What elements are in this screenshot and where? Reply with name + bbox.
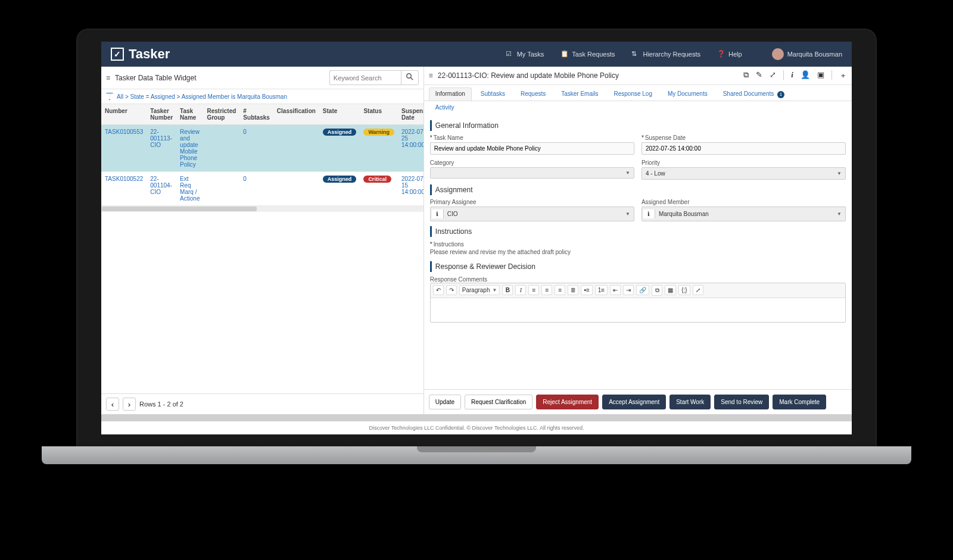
check-icon: ✓ [111, 48, 124, 61]
section-instructions: Instructions [430, 226, 846, 237]
bold-button[interactable]: B [502, 285, 513, 295]
right-toolbar: ⧉ ✎ ⤢ i 👤 ▣ ＋ [743, 70, 847, 81]
tab-my-documents[interactable]: My Documents [661, 87, 714, 101]
paragraph-select[interactable]: Paragraph▼ [459, 285, 500, 295]
section-assignment: Assignment [430, 184, 846, 195]
app-screen: ✓ Tasker ☑ My Tasks 📋 Task Requests ⇅ Hi… [101, 42, 852, 434]
expand-icon[interactable]: ⤢ [770, 70, 776, 81]
search-icon [406, 73, 413, 80]
redo-icon[interactable]: ↷ [446, 285, 457, 295]
tab-tasker-emails[interactable]: Tasker Emails [555, 87, 605, 101]
col-state[interactable]: State [319, 104, 360, 125]
primary-assignee-select[interactable]: ℹCIO▼ [430, 207, 634, 221]
reject-assignment-button[interactable]: Reject Assignment [536, 395, 599, 409]
assigned-member-select[interactable]: ℹMarquita Bousman▼ [641, 207, 846, 221]
person-icon[interactable]: 👤 [801, 70, 810, 81]
request-clarification-button[interactable]: Request Clarification [465, 395, 532, 409]
col-subtasks[interactable]: # Subtasks [239, 104, 273, 125]
cell-state: Assigned [319, 125, 360, 172]
info-icon: ℹ [643, 209, 655, 218]
task-name-input[interactable] [430, 142, 634, 155]
align-center-icon[interactable]: ≡ [541, 285, 552, 295]
cell-subtasks: 0 [239, 125, 273, 172]
tab-information[interactable]: Information [429, 87, 472, 101]
col-suspense[interactable]: Suspense Date [398, 104, 423, 125]
italic-button[interactable]: I [515, 285, 526, 295]
align-right-icon[interactable]: ≡ [555, 285, 565, 295]
hamburger-icon[interactable]: ≡ [429, 71, 433, 80]
info-icon[interactable]: i [791, 70, 793, 81]
align-justify-icon[interactable]: ≣ [568, 285, 578, 295]
rte-body[interactable] [431, 298, 845, 322]
horizontal-scrollbar[interactable] [101, 206, 423, 212]
check-square-icon: ☑ [506, 50, 514, 58]
mark-complete-button[interactable]: Mark Complete [773, 395, 826, 409]
search-input[interactable] [329, 70, 401, 85]
search-wrap [329, 70, 419, 85]
col-classification[interactable]: Classification [273, 104, 319, 125]
table-wrap: Number Tasker Number Task Name Restricte… [101, 104, 423, 393]
indent-icon[interactable]: ⇥ [623, 285, 634, 295]
nav-task-requests[interactable]: 📋 Task Requests [560, 50, 615, 58]
table-row[interactable]: TASK0100553 22-001113-CIO Review and upd… [101, 125, 423, 172]
subtab-activity[interactable]: Activity [429, 101, 461, 113]
col-status[interactable]: Status [360, 104, 398, 125]
col-tasker-number[interactable]: Tasker Number [147, 104, 176, 125]
priority-select[interactable]: 4 - Low▼ [641, 167, 846, 180]
clipboard-icon[interactable]: ▣ [817, 70, 824, 81]
nav-my-tasks[interactable]: ☑ My Tasks [506, 50, 544, 58]
unlink-icon[interactable]: ⧉ [652, 285, 662, 296]
left-pane-title: Tasker Data Table Widget [115, 74, 197, 82]
tab-subtasks[interactable]: Subtasks [474, 87, 512, 101]
app-logo[interactable]: ✓ Tasker [111, 46, 170, 62]
tab-requests[interactable]: Requests [514, 87, 552, 101]
start-work-button[interactable]: Start Work [669, 395, 711, 409]
add-icon[interactable]: ＋ [839, 70, 847, 81]
hamburger-icon[interactable]: ≡ [106, 74, 110, 82]
col-number[interactable]: Number [101, 104, 147, 125]
table-head: Number Tasker Number Task Name Restricte… [101, 104, 423, 125]
bullet-list-icon[interactable]: •≡ [581, 285, 592, 295]
task-table: Number Tasker Number Task Name Restricte… [101, 104, 423, 206]
nav-hierarchy-requests[interactable]: ⇅ Hierarchy Requests [631, 50, 700, 58]
instructions-label: Instructions [430, 241, 464, 248]
col-restricted-group[interactable]: Restricted Group [203, 104, 239, 125]
outdent-icon[interactable]: ⇤ [610, 285, 621, 295]
code-icon[interactable]: {;} [678, 285, 690, 295]
send-to-review-button[interactable]: Send to Review [714, 395, 769, 409]
task-name-label: Task Name [430, 134, 634, 141]
cell-subtasks: 0 [239, 172, 273, 206]
suspense-date-input[interactable] [641, 142, 846, 155]
image-icon[interactable]: ▦ [665, 285, 676, 295]
link-icon[interactable]: 🔗 [636, 285, 649, 295]
nav-task-requests-label: Task Requests [572, 51, 615, 58]
table-row[interactable]: TASK0100522 22-001104-CIO Ext Req Marq /… [101, 172, 423, 206]
nav-help[interactable]: ❓ Help [717, 50, 742, 58]
chevron-down-icon: ▼ [625, 170, 630, 176]
edit-icon[interactable]: ✎ [756, 70, 762, 81]
next-page-button[interactable]: › [123, 398, 136, 411]
col-task-name[interactable]: Task Name [176, 104, 203, 125]
align-left-icon[interactable]: ≡ [528, 285, 539, 295]
tree-icon[interactable]: ⧉ [743, 70, 749, 81]
undo-icon[interactable]: ↶ [433, 285, 444, 295]
chevron-down-icon: ▼ [493, 287, 497, 293]
search-button[interactable] [401, 70, 419, 85]
filter-bar[interactable]: All > State = Assigned > Assigned Member… [101, 89, 423, 104]
filter-icon [106, 93, 113, 100]
user-name: Marquita Bousman [787, 51, 842, 58]
fullscreen-icon[interactable]: ⤢ [693, 285, 703, 295]
accept-assignment-button[interactable]: Accept Assignment [602, 395, 666, 409]
category-select[interactable]: ▼ [430, 167, 634, 179]
update-button[interactable]: Update [429, 395, 461, 409]
nav-help-label: Help [728, 51, 742, 58]
number-list-icon[interactable]: 1≡ [595, 285, 608, 295]
user-menu[interactable]: Marquita Bousman [772, 48, 842, 60]
right-pane-header: ≡ 22-001113-CIO: Review and update Mobil… [424, 67, 852, 85]
prev-page-button[interactable]: ‹ [106, 398, 119, 411]
state-badge: Assigned [323, 129, 357, 136]
tab-response-log[interactable]: Response Log [607, 87, 659, 101]
tab-shared-documents[interactable]: Shared Documents 1 [717, 87, 791, 101]
topbar: ✓ Tasker ☑ My Tasks 📋 Task Requests ⇅ Hi… [101, 42, 852, 67]
section-general: General Information [430, 120, 846, 131]
